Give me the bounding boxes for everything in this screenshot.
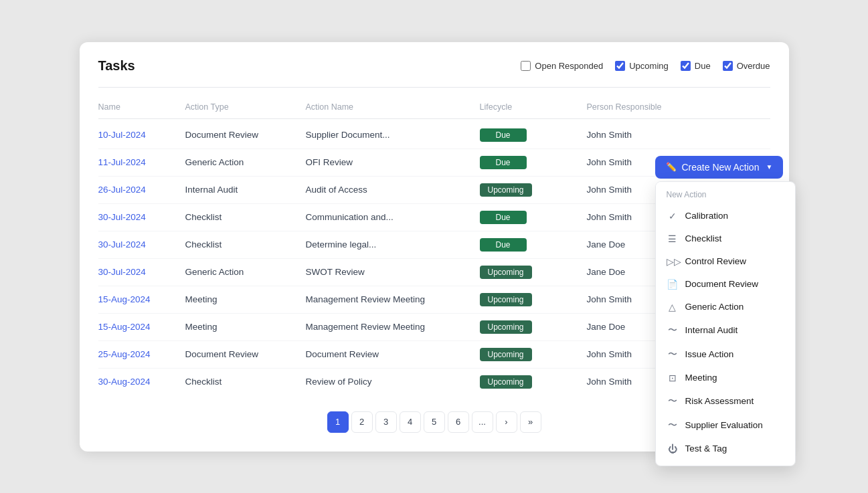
dropdown-item-label-8: Risk Assessment (685, 396, 754, 406)
dropdown-items-list: ✓ Calibration ☰ Checklist ▷▷ Control Rev… (656, 205, 795, 460)
filter-due-label: Due (695, 61, 711, 71)
row-name-7[interactable]: 15-Aug-2024 (98, 322, 185, 332)
col-header-action-name: Action Name (306, 102, 480, 112)
caret-icon: ▼ (766, 163, 772, 171)
dropdown-item-internal-audit[interactable]: 〜 Internal Audit (656, 318, 795, 342)
row-action-type-7: Meeting (185, 322, 306, 332)
page-btn-ellipsis[interactable]: ... (472, 411, 493, 433)
card-header: Tasks Open Responded Upcoming Due Overdu… (98, 58, 770, 74)
row-name-1[interactable]: 11-Jul-2024 (98, 157, 185, 167)
row-lifecycle-8: Upcoming (480, 348, 587, 361)
due-checkbox[interactable] (681, 61, 691, 71)
row-action-name-4: Determine legal... (306, 239, 480, 250)
row-lifecycle-9: Upcoming (480, 375, 587, 389)
create-new-action-button[interactable]: ✏️ Create New Action ▼ (655, 156, 784, 179)
row-lifecycle-1: Due (480, 156, 587, 169)
row-lifecycle-6: Upcoming (480, 293, 587, 306)
page-btn-5[interactable]: 5 (424, 411, 445, 433)
row-action-name-3: Communication and... (306, 212, 480, 222)
dropdown-item-calibration[interactable]: ✓ Calibration (656, 205, 795, 227)
dropdown-item-control-review[interactable]: ▷▷ Control Review (656, 250, 795, 273)
lifecycle-badge-2: Upcoming (480, 183, 532, 197)
dropdown-item-supplier-evaluation[interactable]: 〜 Supplier Evaluation (656, 413, 795, 437)
dropdown-item-test-and-tag[interactable]: ⏻ Test & Tag (656, 437, 795, 460)
row-name-5[interactable]: 30-Jul-2024 (98, 267, 185, 277)
dropdown-item-risk-assessment[interactable]: 〜 Risk Assessment (656, 389, 795, 413)
page-btn-2[interactable]: 2 (351, 411, 373, 433)
lifecycle-badge-1: Due (480, 156, 527, 169)
row-action-type-9: Checklist (185, 377, 306, 387)
dropdown-item-label-2: Control Review (685, 256, 747, 266)
col-header-action-type: Action Type (185, 102, 306, 112)
row-lifecycle-2: Upcoming (480, 183, 587, 197)
row-name-0[interactable]: 10-Jul-2024 (98, 130, 185, 140)
row-name-3[interactable]: 30-Jul-2024 (98, 212, 185, 222)
filter-overdue[interactable]: Overdue (723, 61, 770, 71)
table-header-row: Name Action Type Action Name Lifecycle P… (98, 98, 770, 119)
row-lifecycle-5: Upcoming (480, 266, 587, 279)
row-lifecycle-7: Upcoming (480, 320, 587, 334)
lifecycle-badge-4: Due (480, 238, 527, 252)
dropdown-item-label-10: Test & Tag (685, 443, 727, 454)
dropdown-item-label-3: Document Review (685, 279, 759, 289)
page-btn-next[interactable]: › (496, 411, 517, 433)
dropdown-section-label: New Action (656, 187, 795, 205)
row-action-name-7: Management Review Meeting (306, 322, 480, 332)
row-action-name-5: SWOT Review (306, 267, 480, 277)
upcoming-checkbox[interactable] (615, 61, 625, 71)
lifecycle-badge-3: Due (480, 211, 527, 224)
overdue-checkbox[interactable] (723, 61, 733, 71)
row-action-name-8: Document Review (306, 349, 480, 359)
row-action-type-0: Document Review (185, 130, 306, 140)
dropdown-item-label-4: Generic Action (685, 302, 744, 312)
row-action-type-6: Meeting (185, 294, 306, 304)
tasks-card: Tasks Open Responded Upcoming Due Overdu… (80, 42, 789, 452)
calibration-icon: ✓ (667, 211, 679, 221)
row-name-8[interactable]: 25-Aug-2024 (98, 349, 185, 359)
row-action-type-4: Checklist (185, 239, 306, 250)
row-action-type-3: Checklist (185, 212, 306, 222)
page-btn-1[interactable]: 1 (327, 411, 349, 433)
create-btn-icon: ✏️ (666, 162, 677, 172)
lifecycle-badge-0: Due (480, 128, 527, 142)
row-lifecycle-3: Due (480, 211, 587, 224)
control-review-icon: ▷▷ (667, 256, 679, 267)
header-divider (98, 87, 770, 88)
row-name-9[interactable]: 30-Aug-2024 (98, 377, 185, 387)
create-btn-label: Create New Action (682, 162, 760, 173)
meeting-icon: ⊡ (667, 373, 679, 383)
row-action-type-5: Generic Action (185, 267, 306, 277)
page-btn-3[interactable]: 3 (375, 411, 397, 433)
page-btn-6[interactable]: 6 (448, 411, 469, 433)
col-header-name: Name (98, 102, 185, 112)
filter-due[interactable]: Due (681, 61, 711, 71)
document-review-icon: 📄 (667, 279, 679, 290)
page-btn-last[interactable]: » (520, 411, 541, 433)
dropdown-item-issue-action[interactable]: 〜 Issue Action (656, 342, 795, 367)
row-action-name-9: Review of Policy (306, 377, 480, 387)
checklist-icon: ☰ (667, 233, 679, 244)
internal-audit-icon: 〜 (667, 324, 679, 336)
dropdown-item-label-7: Meeting (685, 373, 717, 383)
row-name-6[interactable]: 15-Aug-2024 (98, 294, 185, 304)
lifecycle-badge-6: Upcoming (480, 293, 532, 306)
filter-upcoming[interactable]: Upcoming (615, 61, 669, 71)
row-name-2[interactable]: 26-Jul-2024 (98, 185, 185, 195)
dropdown-menu: New Action ✓ Calibration ☰ Checklist ▷▷ … (655, 181, 796, 466)
filter-open-responded[interactable]: Open Responded (521, 61, 603, 71)
dropdown-item-meeting[interactable]: ⊡ Meeting (656, 367, 795, 389)
row-person-0: John Smith (587, 130, 770, 140)
filter-overdue-label: Overdue (737, 61, 770, 71)
lifecycle-badge-9: Upcoming (480, 375, 532, 389)
col-header-lifecycle: Lifecycle (480, 102, 587, 112)
open-responded-checkbox[interactable] (521, 61, 531, 71)
dropdown-item-checklist[interactable]: ☰ Checklist (656, 227, 795, 250)
dropdown-item-document-review[interactable]: 📄 Document Review (656, 273, 795, 296)
row-name-4[interactable]: 30-Jul-2024 (98, 239, 185, 250)
row-action-name-1: OFI Review (306, 157, 480, 167)
page-btn-4[interactable]: 4 (400, 411, 421, 433)
dropdown-item-generic-action[interactable]: △ Generic Action (656, 296, 795, 318)
filter-group: Open Responded Upcoming Due Overdue (521, 61, 770, 71)
lifecycle-badge-5: Upcoming (480, 266, 532, 279)
row-lifecycle-4: Due (480, 238, 587, 252)
